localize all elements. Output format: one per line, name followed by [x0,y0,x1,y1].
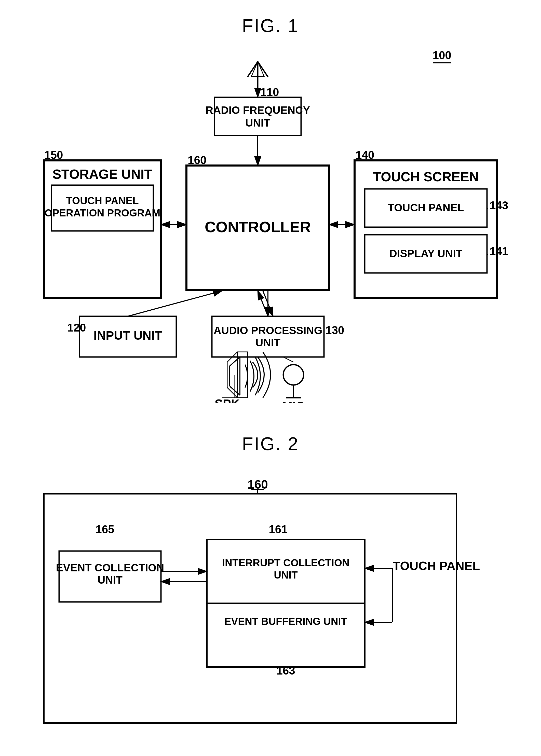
svg-text:CONTROLLER: CONTROLLER [205,218,311,235]
svg-text:UNIT: UNIT [274,569,297,580]
svg-text:160: 160 [188,154,206,166]
svg-rect-38 [212,316,324,357]
svg-point-57 [283,365,303,385]
svg-rect-48 [238,352,248,398]
svg-rect-26 [365,189,487,227]
svg-line-44 [263,291,273,316]
svg-line-43 [258,291,268,316]
svg-line-60 [283,357,293,362]
svg-text:RADIO FREQUENCY: RADIO FREQUENCY [206,104,310,116]
svg-text:UNIT: UNIT [256,337,280,349]
svg-line-53 [230,386,240,395]
svg-text:165: 165 [96,523,114,536]
svg-line-52 [230,357,240,366]
svg-text:143: 143 [490,199,508,211]
svg-rect-76 [207,540,365,667]
svg-text:UNIT: UNIT [98,574,123,586]
ref-100: 100 [433,49,451,62]
fig2-diagram: 160 165 EVENT COLLECTION UNIT 161 INTERR… [29,465,512,745]
svg-rect-70 [44,494,456,723]
svg-rect-72 [59,551,161,602]
svg-text:110: 110 [260,86,279,98]
fig1-title: FIG. 1 [15,15,526,36]
svg-line-5 [258,62,268,77]
svg-text:TOUCH SCREEN: TOUCH SCREEN [373,169,479,184]
svg-text:INPUT UNIT: INPUT UNIT [94,329,162,342]
svg-text:140: 140 [355,149,374,161]
svg-line-47 [227,388,238,398]
svg-text:EVENT COLLECTION: EVENT COLLECTION [56,562,164,574]
svg-line-42 [128,291,222,316]
svg-text:150: 150 [44,149,63,161]
svg-text:TOUCH PANEL: TOUCH PANEL [66,195,139,206]
svg-rect-35 [80,316,176,357]
svg-line-46 [227,352,238,362]
svg-line-4 [248,62,258,77]
svg-rect-28 [365,235,487,273]
svg-text:141: 141 [490,245,508,257]
svg-text:INTERRUPT COLLECTION: INTERRUPT COLLECTION [222,557,349,568]
svg-text:EVENT BUFFERING UNIT: EVENT BUFFERING UNIT [225,616,347,627]
svg-text:130: 130 [325,324,344,336]
svg-rect-24 [354,161,497,298]
svg-rect-19 [51,185,153,231]
svg-rect-14 [187,166,329,290]
svg-text:UNIT: UNIT [245,117,270,129]
svg-text:160: 160 [248,478,268,491]
svg-text:163: 163 [276,664,295,677]
svg-rect-17 [44,161,161,298]
svg-text:AUDIO PROCESSING: AUDIO PROCESSING [214,324,322,336]
svg-text:DISPLAY UNIT: DISPLAY UNIT [389,247,462,259]
svg-text:TOUCH PANEL: TOUCH PANEL [388,202,464,213]
svg-text:SPK: SPK [215,397,240,403]
svg-text:120: 120 [67,321,86,334]
svg-text:STORAGE UNIT: STORAGE UNIT [53,167,152,182]
svg-text:TOUCH PANEL: TOUCH PANEL [393,559,480,573]
svg-text:MIC: MIC [282,400,304,403]
svg-marker-7 [252,62,264,76]
fig2-title: FIG. 2 [15,433,526,454]
svg-text:161: 161 [269,523,287,536]
svg-rect-9 [215,97,301,136]
svg-text:OPERATION PROGRAM: OPERATION PROGRAM [45,207,161,218]
fig1-diagram: 100 [29,46,512,403]
